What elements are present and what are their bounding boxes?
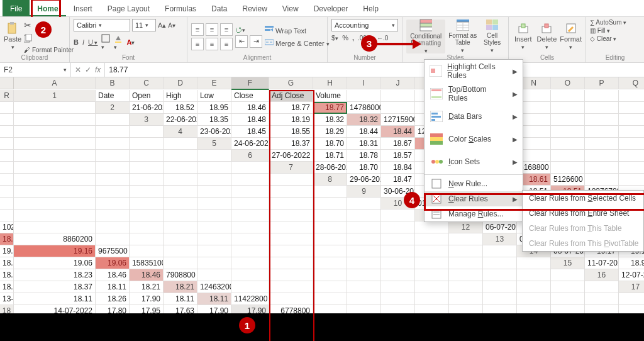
cell-K15[interactable] bbox=[313, 269, 347, 281]
cell-B1[interactable]: Open bbox=[130, 90, 164, 102]
cell-P14[interactable] bbox=[449, 257, 483, 269]
cf-icon-sets[interactable]: Icon Sets ▶ bbox=[425, 150, 523, 173]
number-format-combo[interactable]: Accounting▾ bbox=[331, 19, 398, 31]
cell-F3[interactable]: 18.32 bbox=[347, 114, 381, 126]
cell-O12[interactable] bbox=[347, 233, 381, 245]
format-painter-icon[interactable]: 🖌 bbox=[24, 47, 30, 53]
cell-I17[interactable] bbox=[313, 293, 347, 305]
cell-F4[interactable]: 18.44 bbox=[381, 126, 415, 138]
cell-G11[interactable]: 10265200 bbox=[0, 221, 14, 233]
cell-Q5[interactable] bbox=[164, 150, 197, 162]
cell-M17[interactable] bbox=[449, 293, 483, 305]
cell-O6[interactable] bbox=[130, 162, 164, 174]
cell-C17[interactable]: 18.26 bbox=[96, 293, 130, 305]
cell-M16[interactable] bbox=[415, 281, 449, 293]
clear-rules-entire-sheet[interactable]: Clear Rules from Entire Sheet bbox=[523, 206, 643, 221]
col-header-A[interactable]: A bbox=[14, 77, 96, 89]
cell-J5[interactable] bbox=[551, 138, 585, 150]
cell-G1[interactable]: Volume bbox=[313, 90, 347, 102]
cell-I1[interactable] bbox=[381, 90, 415, 102]
cell-J11[interactable] bbox=[130, 221, 164, 233]
cell-R17[interactable] bbox=[619, 293, 644, 305]
cell-D16[interactable]: 18.11 bbox=[96, 281, 130, 293]
cell-Q9[interactable] bbox=[313, 198, 347, 210]
cell-F12[interactable]: 18.93 bbox=[0, 233, 14, 245]
cell-R12[interactable] bbox=[449, 233, 483, 245]
cell-N2[interactable] bbox=[585, 102, 619, 114]
cell-K14[interactable] bbox=[269, 257, 313, 269]
cell-O13[interactable] bbox=[381, 245, 415, 257]
cell-M8[interactable] bbox=[130, 186, 164, 198]
tab-file[interactable]: File bbox=[3, 0, 30, 16]
cell-J15[interactable] bbox=[269, 269, 313, 281]
cell-L10[interactable] bbox=[164, 210, 197, 221]
col-header-C[interactable]: C bbox=[130, 77, 164, 89]
cell-J17[interactable] bbox=[347, 293, 381, 305]
cell-B6[interactable]: 18.71 bbox=[313, 150, 347, 162]
cell-styles-button[interactable]: Cell Styles▾ bbox=[480, 20, 504, 53]
cell-M3[interactable] bbox=[585, 114, 619, 126]
cell-C2[interactable]: 18.95 bbox=[197, 102, 231, 114]
cell-Q16[interactable] bbox=[551, 281, 585, 293]
enter-formula-icon[interactable]: ✓ bbox=[85, 65, 91, 74]
cell-P4[interactable] bbox=[96, 138, 130, 150]
cell-P7[interactable] bbox=[197, 174, 231, 186]
cell-H17[interactable] bbox=[269, 293, 313, 305]
align-center-icon[interactable]: ≡ bbox=[206, 38, 218, 50]
paste-button[interactable]: Paste ▾ bbox=[4, 20, 21, 53]
cell-O3[interactable] bbox=[0, 126, 14, 138]
cell-H14[interactable] bbox=[164, 257, 197, 269]
cell-D6[interactable]: 18.57 bbox=[381, 150, 415, 162]
cell-H10[interactable] bbox=[0, 210, 14, 221]
cf-clear-rules[interactable]: Clear Rules ▶ bbox=[425, 191, 523, 206]
cell-P3[interactable] bbox=[14, 126, 96, 138]
cell-H16[interactable] bbox=[231, 281, 269, 293]
cell-H2[interactable] bbox=[381, 102, 415, 114]
decrease-font-icon[interactable]: A▾ bbox=[168, 22, 175, 29]
cell-E13[interactable]: 19.16 bbox=[0, 245, 14, 257]
cell-J7[interactable] bbox=[619, 162, 644, 174]
cell-N7[interactable] bbox=[130, 174, 164, 186]
font-color-button[interactable]: A▾ bbox=[126, 38, 135, 46]
cell-G8[interactable]: 5126600 bbox=[551, 174, 585, 186]
cell-L12[interactable] bbox=[231, 233, 269, 245]
cell-I14[interactable] bbox=[197, 257, 231, 269]
cell-N6[interactable] bbox=[96, 162, 130, 174]
cell-N17[interactable] bbox=[483, 293, 517, 305]
cell-H8[interactable] bbox=[585, 174, 619, 186]
cell-H11[interactable] bbox=[14, 221, 96, 233]
cell-P15[interactable] bbox=[483, 269, 517, 281]
cell-K9[interactable] bbox=[96, 198, 130, 210]
cell-R1[interactable] bbox=[14, 102, 96, 114]
cell-I9[interactable] bbox=[0, 198, 14, 210]
row-header-13[interactable]: 13 bbox=[483, 233, 517, 245]
decrease-indent-icon[interactable]: ⇤ bbox=[235, 35, 248, 48]
cell-O7[interactable] bbox=[164, 174, 197, 186]
cell-C5[interactable]: 18.70 bbox=[313, 138, 347, 150]
cell-J6[interactable] bbox=[585, 150, 619, 162]
cell-A17[interactable]: 13-07-2022 bbox=[0, 293, 14, 305]
cell-J13[interactable] bbox=[197, 245, 231, 257]
cell-F16[interactable]: 18.21 bbox=[164, 281, 197, 293]
clear-rules-selected-cells[interactable]: Clear Rules from Selected Cells bbox=[523, 191, 643, 206]
cell-F17[interactable]: 18.11 bbox=[197, 293, 231, 305]
cell-O17[interactable] bbox=[517, 293, 551, 305]
fx-icon[interactable]: fx bbox=[95, 65, 101, 74]
cell-L16[interactable] bbox=[381, 281, 415, 293]
cell-Q8[interactable] bbox=[269, 186, 313, 198]
cell-Q7[interactable] bbox=[231, 174, 269, 186]
cell-Q4[interactable] bbox=[130, 138, 164, 150]
cell-B3[interactable]: 18.35 bbox=[197, 114, 231, 126]
col-header-E[interactable]: E bbox=[197, 77, 231, 89]
cell-J10[interactable] bbox=[96, 210, 130, 221]
cell-L4[interactable] bbox=[585, 126, 619, 138]
comma-icon[interactable]: , bbox=[352, 34, 354, 42]
font-size-combo[interactable]: 11▾ bbox=[132, 19, 156, 31]
cell-G17[interactable]: 11422800 bbox=[231, 293, 269, 305]
borders-button[interactable]: ▾ bbox=[101, 34, 110, 50]
bold-button[interactable]: B bbox=[74, 38, 79, 46]
fill-color-button[interactable]: ▾ bbox=[114, 34, 123, 50]
cell-N11[interactable] bbox=[269, 221, 313, 233]
cell-C7[interactable]: 18.84 bbox=[381, 162, 415, 174]
col-header-F[interactable]: F bbox=[231, 77, 269, 90]
